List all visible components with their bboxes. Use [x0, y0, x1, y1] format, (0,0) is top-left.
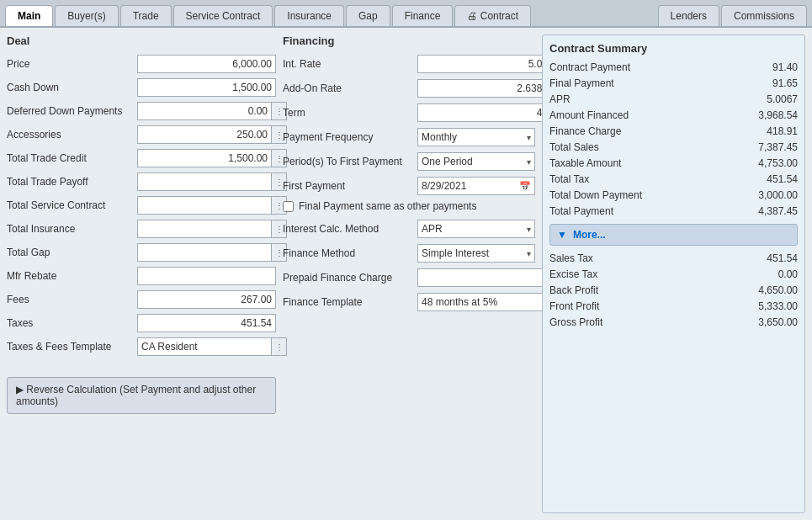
- total-sales-label: Total Sales: [549, 141, 599, 153]
- taxes-template-input[interactable]: [137, 337, 272, 356]
- deferred-label: Deferred Down Payments: [7, 105, 137, 117]
- payment-freq-select[interactable]: Monthly Weekly Bi-Weekly Semi-Monthly: [417, 128, 535, 146]
- tab-buyers[interactable]: Buyer(s): [55, 5, 118, 26]
- mfr-rebate-row: Mfr Rebate: [7, 266, 276, 286]
- mfr-rebate-input[interactable]: [137, 267, 276, 285]
- more-section[interactable]: ▼ More...: [549, 224, 798, 246]
- tab-bar-left: Main Buyer(s) Trade Service Contract Ins…: [5, 5, 531, 26]
- template-label: Finance Template: [283, 296, 417, 308]
- service-contract-label: Total Service Contract: [7, 199, 137, 211]
- fees-input[interactable]: [137, 290, 276, 309]
- front-profit-label: Front Profit: [549, 300, 599, 312]
- taxes-template-label: Taxes & Fees Template: [7, 341, 137, 353]
- prepaid-input[interactable]: [417, 268, 552, 287]
- addon-rate-input[interactable]: [417, 79, 552, 98]
- apr-row: APR 5.0067: [549, 93, 798, 105]
- app-container: Main Buyer(s) Trade Service Contract Ins…: [0, 0, 812, 520]
- fees-label: Fees: [7, 294, 137, 305]
- final-payment-sum-row: Final Payment 91.65: [549, 77, 798, 89]
- insurance-input[interactable]: [137, 220, 272, 238]
- apr-value: 5.0067: [767, 93, 798, 105]
- trade-payoff-input[interactable]: [137, 172, 272, 191]
- amount-financed-value: 3,968.54: [758, 109, 798, 121]
- trade-credit-label: Total Trade Credit: [7, 152, 137, 164]
- term-row: Term: [283, 103, 535, 123]
- price-input[interactable]: [137, 55, 276, 73]
- tab-gap[interactable]: Gap: [346, 5, 390, 26]
- tab-lenders[interactable]: Lenders: [658, 5, 719, 26]
- taxable-amount-row: Taxable Amount 4,753.00: [549, 157, 798, 169]
- final-payment-checkbox[interactable]: [283, 201, 294, 212]
- amount-financed-label: Amount Financed: [549, 109, 629, 121]
- deal-title: Deal: [7, 34, 276, 47]
- finance-charge-label: Finance Charge: [549, 125, 621, 137]
- trade-payoff-label: Total Trade Payoff: [7, 176, 137, 188]
- accessories-input[interactable]: [137, 125, 272, 144]
- tab-insurance[interactable]: Insurance: [274, 5, 344, 26]
- tab-main[interactable]: Main: [5, 5, 53, 26]
- financing-panel: Financing Int. Rate Add-On Rate Term Pay…: [283, 34, 535, 513]
- deferred-input[interactable]: [137, 102, 272, 120]
- tab-bar-right: Lenders Commissions: [658, 5, 807, 26]
- finance-method-select[interactable]: Simple Interest Add-On APR: [417, 244, 535, 263]
- tab-trade[interactable]: Trade: [120, 5, 172, 26]
- cash-down-label: Cash Down: [7, 82, 137, 93]
- period-label: Period(s) To First Payment: [283, 156, 417, 167]
- trade-credit-input[interactable]: [137, 149, 272, 167]
- total-sales-value: 7,387.45: [758, 141, 798, 153]
- finance-method-label: Finance Method: [283, 247, 417, 259]
- total-tax-label: Total Tax: [549, 173, 589, 185]
- insurance-wrapper: ⋮: [137, 220, 287, 238]
- int-calc-row: Interest Calc. Method APR Simple Interes…: [283, 219, 535, 239]
- taxes-input[interactable]: [137, 314, 276, 332]
- service-contract-row: Total Service Contract ⋮: [7, 195, 276, 215]
- excise-tax-row: Excise Tax 0.00: [549, 268, 798, 280]
- financing-title: Financing: [283, 34, 535, 47]
- first-payment-row: First Payment 8/29/2021 📅: [283, 176, 535, 196]
- period-select[interactable]: One Period Two Periods Three Periods: [417, 152, 535, 171]
- reverse-calc-button[interactable]: ▶ Reverse Calculation (Set Payment and a…: [7, 377, 276, 414]
- int-calc-label: Interest Calc. Method: [283, 223, 417, 235]
- tab-commissions[interactable]: Commissions: [721, 5, 807, 26]
- tab-contract[interactable]: 🖨 Contract: [454, 5, 531, 26]
- insurance-label: Total Insurance: [7, 223, 137, 235]
- int-rate-input[interactable]: [417, 55, 552, 73]
- sales-tax-label: Sales Tax: [549, 252, 593, 264]
- taxable-amount-label: Taxable Amount: [549, 157, 621, 169]
- contract-payment-label: Contract Payment: [549, 61, 630, 73]
- deferred-row: Deferred Down Payments ⋮: [7, 101, 276, 121]
- total-down-payment-row: Total Down Payment 3,000.00: [549, 189, 798, 201]
- calendar-icon[interactable]: 📅: [519, 181, 531, 192]
- prepaid-row: Prepaid Finance Charge: [283, 268, 535, 288]
- period-row: Period(s) To First Payment One Period Tw…: [283, 151, 535, 172]
- trade-payoff-row: Total Trade Payoff ⋮: [7, 172, 276, 192]
- back-profit-label: Back Profit: [549, 284, 598, 296]
- taxable-amount-value: 4,753.00: [758, 157, 798, 169]
- trade-credit-row: Total Trade Credit ⋮: [7, 148, 276, 168]
- first-payment-field[interactable]: 8/29/2021 📅: [417, 177, 535, 195]
- contract-payment-value: 91.40: [772, 61, 798, 73]
- sales-tax-value: 451.54: [767, 252, 798, 264]
- payment-freq-wrapper: Monthly Weekly Bi-Weekly Semi-Monthly: [417, 128, 535, 146]
- tab-finance[interactable]: Finance: [392, 5, 454, 26]
- back-profit-row: Back Profit 4,650.00: [549, 284, 798, 296]
- addon-rate-label: Add-On Rate: [283, 82, 417, 94]
- cash-down-row: Cash Down: [7, 77, 276, 98]
- gap-input[interactable]: [137, 243, 272, 262]
- service-contract-wrapper: ⋮: [137, 196, 287, 215]
- tab-service-contract[interactable]: Service Contract: [173, 5, 273, 26]
- cash-down-input[interactable]: [137, 78, 276, 97]
- final-payment-label: Final Payment same as other payments: [299, 200, 476, 212]
- service-contract-input[interactable]: [137, 196, 272, 215]
- gross-profit-row: Gross Profit 3,650.00: [549, 316, 798, 328]
- int-rate-label: Int. Rate: [283, 58, 417, 70]
- first-payment-label: First Payment: [283, 180, 417, 192]
- term-input[interactable]: [417, 103, 552, 122]
- payment-freq-label: Payment Frequency: [283, 131, 417, 143]
- finance-method-row: Finance Method Simple Interest Add-On AP…: [283, 243, 535, 263]
- accessories-row: Accessories ⋮: [7, 125, 276, 145]
- total-payment-value: 4,387.45: [758, 205, 798, 217]
- int-calc-select[interactable]: APR Simple Interest Add-On: [417, 220, 535, 238]
- template-input[interactable]: [417, 293, 551, 311]
- gap-label: Total Gap: [7, 247, 137, 258]
